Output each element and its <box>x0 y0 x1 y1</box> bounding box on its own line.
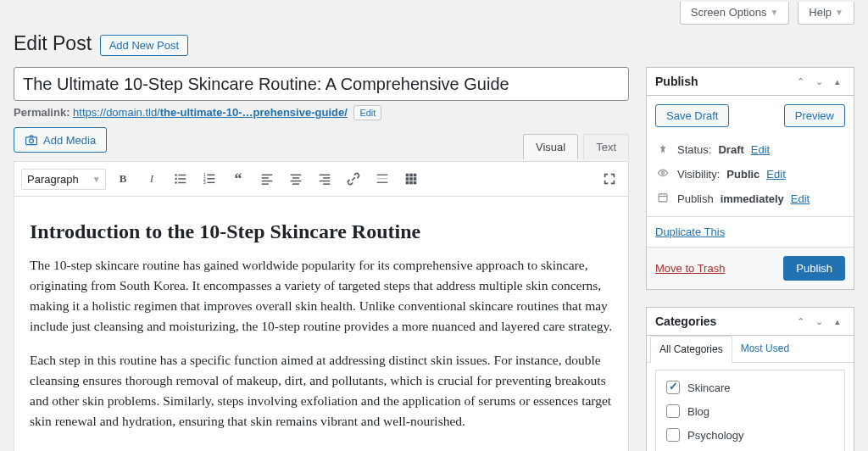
svg-rect-35 <box>406 181 409 185</box>
move-up-icon[interactable]: ⌃ <box>793 316 808 327</box>
read-more-button[interactable] <box>370 167 394 191</box>
bullet-list-button[interactable] <box>169 167 192 191</box>
svg-point-6 <box>175 181 176 183</box>
toggle-panel-icon[interactable]: ▴ <box>830 76 845 87</box>
numbered-list-button[interactable]: 123 <box>198 167 221 191</box>
format-select[interactable]: Paragraph ▼ <box>21 169 106 190</box>
category-checkbox[interactable] <box>666 381 680 394</box>
svg-rect-28 <box>377 182 388 183</box>
svg-rect-9 <box>207 175 214 175</box>
svg-rect-0 <box>26 137 37 145</box>
category-checkbox[interactable] <box>666 428 680 442</box>
svg-rect-13 <box>207 182 214 183</box>
publish-title: Publish <box>655 75 698 88</box>
categories-list: SkincareBlogPsychologyRelationships <box>655 370 845 451</box>
svg-text:3: 3 <box>203 180 206 185</box>
tab-visual[interactable]: Visual <box>523 134 578 159</box>
italic-button[interactable]: I <box>140 167 164 191</box>
svg-rect-11 <box>207 178 214 179</box>
move-down-icon[interactable]: ⌄ <box>811 316 826 327</box>
add-new-post-button[interactable]: Add New Post <box>100 35 188 56</box>
editor-toolbar: Paragraph ▼ B I 123 “ <box>14 161 629 196</box>
svg-rect-37 <box>414 181 417 185</box>
edit-slug-button[interactable]: Edit <box>353 105 381 120</box>
svg-rect-17 <box>262 183 269 184</box>
svg-point-38 <box>662 172 665 175</box>
page-title: Edit Post <box>14 25 92 58</box>
edit-visibility-link[interactable]: Edit <box>766 168 785 181</box>
svg-rect-31 <box>414 174 417 177</box>
align-left-button[interactable] <box>255 167 279 191</box>
preview-button[interactable]: Preview <box>784 104 845 127</box>
save-draft-button[interactable]: Save Draft <box>655 104 729 127</box>
edit-status-link[interactable]: Edit <box>751 143 770 156</box>
categories-title: Categories <box>655 315 716 328</box>
help-label: Help <box>809 6 832 19</box>
category-item[interactable]: Psychology <box>663 423 837 447</box>
screen-options-label: Screen Options <box>691 6 767 19</box>
content-heading: Introduction to the 10-Step Skincare Rou… <box>30 220 613 243</box>
tab-most-used[interactable]: Most Used <box>732 336 798 362</box>
category-checkbox[interactable] <box>666 404 680 418</box>
category-label: Psychology <box>687 429 743 442</box>
permalink-link[interactable]: https://domain.tld/the-ultimate-10-…preh… <box>73 106 348 119</box>
toggle-panel-icon[interactable]: ▴ <box>830 316 845 327</box>
move-to-trash-link[interactable]: Move to Trash <box>655 262 725 275</box>
tab-all-categories[interactable]: All Categories <box>650 336 732 363</box>
chevron-down-icon: ▼ <box>92 175 101 184</box>
svg-rect-22 <box>320 175 331 175</box>
svg-rect-26 <box>377 175 388 175</box>
content-paragraph: The 10-step skincare routine has gained … <box>30 255 613 337</box>
svg-point-4 <box>175 178 176 180</box>
svg-rect-5 <box>178 178 186 179</box>
chevron-down-icon: ▼ <box>835 8 843 17</box>
svg-rect-14 <box>262 175 273 175</box>
category-item[interactable]: Blog <box>663 399 837 423</box>
svg-rect-25 <box>323 183 330 184</box>
svg-rect-34 <box>414 177 417 181</box>
svg-rect-19 <box>292 177 299 178</box>
post-title-input[interactable] <box>14 67 629 101</box>
move-down-icon[interactable]: ⌄ <box>811 76 826 87</box>
align-right-button[interactable] <box>313 167 337 191</box>
calendar-icon <box>655 192 670 206</box>
align-center-button[interactable] <box>284 167 308 191</box>
svg-rect-36 <box>409 181 413 185</box>
svg-rect-16 <box>262 181 273 181</box>
add-media-button[interactable]: Add Media <box>14 127 107 153</box>
svg-rect-20 <box>291 181 302 181</box>
blockquote-button[interactable]: “ <box>226 167 250 191</box>
eye-icon <box>655 167 670 181</box>
svg-rect-33 <box>409 177 413 181</box>
svg-point-2 <box>175 174 176 175</box>
category-label: Skincare <box>687 381 731 394</box>
bold-button[interactable]: B <box>111 167 135 191</box>
svg-rect-32 <box>406 177 409 181</box>
link-button[interactable] <box>342 167 365 191</box>
svg-rect-3 <box>178 175 186 175</box>
screen-options-tab[interactable]: Screen Options ▼ <box>680 2 790 25</box>
category-item[interactable]: Relationships <box>663 447 837 451</box>
duplicate-link[interactable]: Duplicate This <box>655 226 725 238</box>
permalink-label: Permalink: <box>14 106 70 119</box>
svg-rect-29 <box>406 174 409 177</box>
move-up-icon[interactable]: ⌃ <box>793 76 808 87</box>
fullscreen-button[interactable] <box>598 167 621 191</box>
svg-rect-23 <box>323 177 330 178</box>
toolbar-toggle-button[interactable] <box>399 167 423 191</box>
svg-rect-30 <box>409 174 413 177</box>
svg-rect-24 <box>320 181 331 181</box>
svg-rect-39 <box>659 194 667 202</box>
category-label: Blog <box>687 405 709 418</box>
categories-metabox: Categories ⌃ ⌄ ▴ All Categories Most Use… <box>646 307 854 451</box>
help-tab[interactable]: Help ▼ <box>798 2 854 25</box>
category-item[interactable]: Skincare <box>663 376 837 399</box>
chevron-down-icon: ▼ <box>770 8 778 17</box>
content-editor[interactable]: Introduction to the 10-Step Skincare Rou… <box>14 196 629 451</box>
publish-button[interactable]: Publish <box>783 256 845 281</box>
tab-text[interactable]: Text <box>583 134 629 159</box>
svg-rect-7 <box>178 182 186 183</box>
edit-schedule-link[interactable]: Edit <box>791 192 810 205</box>
svg-rect-21 <box>292 183 299 184</box>
svg-rect-18 <box>291 175 302 175</box>
